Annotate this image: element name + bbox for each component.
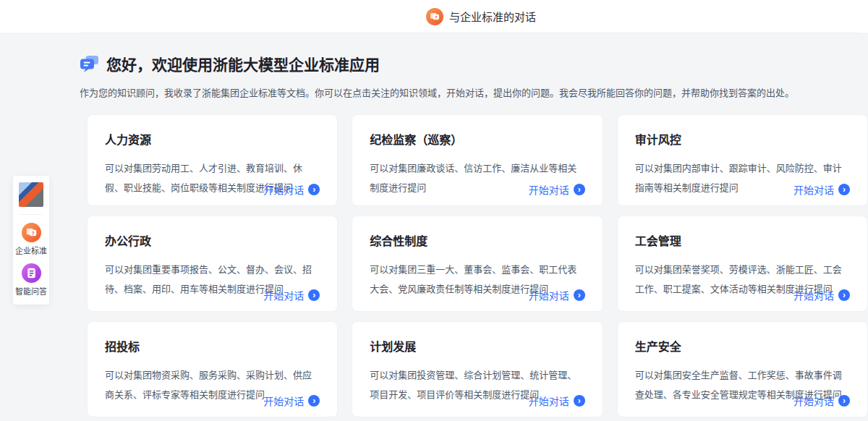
- card-title: 招投标: [105, 337, 320, 354]
- knowledge-card: 生产安全 可以对集团安全生产监督、工作奖惩、事故事件调查处理、各专业安全管理规定…: [617, 321, 868, 417]
- knowledge-card: 工会管理 可以对集团荣誉奖项、劳模评选、浙能工匠、工会工作、职工提案、文体活动等…: [617, 216, 868, 312]
- arrow-right-icon: ›: [308, 395, 320, 407]
- start-chat-link[interactable]: 开始对话 ›: [793, 182, 850, 197]
- nav-item-enterprise-standard[interactable]: ? 企业标准: [15, 223, 47, 256]
- start-chat-link[interactable]: 开始对话 ›: [793, 288, 850, 302]
- arrow-right-icon: ›: [308, 184, 320, 195]
- card-title: 办公行政: [105, 231, 320, 249]
- greeting-section: 您好，欢迎使用浙能大模型企业标准应用 作为您的知识顾问，我收录了浙能集团企业标准…: [80, 33, 868, 99]
- nav-item-smart-qa[interactable]: 智能问答: [15, 263, 47, 297]
- arrow-right-icon: ›: [838, 395, 850, 407]
- greeting-title: 您好，欢迎使用浙能大模型企业标准应用: [106, 53, 380, 75]
- start-chat-label: 开始对话: [263, 394, 304, 408]
- card-title: 综合性制度: [370, 231, 584, 249]
- start-chat-link[interactable]: 开始对话 ›: [529, 182, 585, 197]
- card-title: 纪检监察（巡察）: [370, 130, 584, 148]
- arrow-right-icon: ›: [574, 289, 585, 301]
- card-title: 工会管理: [635, 231, 850, 249]
- start-chat-label: 开始对话: [529, 182, 569, 197]
- start-chat-link[interactable]: 开始对话 ›: [263, 288, 320, 302]
- start-chat-label: 开始对话: [529, 288, 569, 302]
- start-chat-label: 开始对话: [263, 288, 304, 302]
- knowledge-card: 招投标 可以对集团物资采购、服务采购、采购计划、供应商关系、评标专家等相关制度进…: [87, 321, 338, 417]
- card-title: 人力资源: [105, 130, 320, 148]
- arrow-right-icon: ›: [308, 289, 320, 301]
- start-chat-label: 开始对话: [793, 288, 834, 302]
- arrow-right-icon: ›: [574, 395, 585, 407]
- svg-text:?: ?: [31, 231, 34, 236]
- start-chat-link[interactable]: 开始对话 ›: [793, 394, 850, 408]
- card-title: 计划发展: [370, 337, 584, 354]
- start-chat-label: 开始对话: [529, 394, 569, 408]
- knowledge-card: 办公行政 可以对集团重要事项报告、公文、督办、会议、招待、档案、用印、用车等相关…: [87, 216, 338, 312]
- arrow-right-icon: ›: [838, 289, 850, 301]
- knowledge-card: 综合性制度 可以对集团三重一大、董事会、监事会、职工代表大会、党风廉政责任制等相…: [352, 216, 603, 312]
- knowledge-card: 审计风控 可以对集团内部审计、跟踪审计、风险防控、审计指南等相关制度进行提问 开…: [617, 114, 868, 206]
- card-title: 审计风控: [635, 130, 850, 148]
- card-title: 生产安全: [635, 337, 850, 354]
- start-chat-label: 开始对话: [793, 182, 834, 197]
- smart-qa-icon: [22, 263, 41, 283]
- enterprise-standard-chat-icon: ?: [426, 8, 443, 25]
- knowledge-card: 人力资源 可以对集团劳动用工、人才引进、教育培训、休假、职业技能、岗位职级等相关…: [87, 114, 338, 206]
- nav-item-label: 智能问答: [15, 285, 47, 297]
- arrow-right-icon: ›: [838, 184, 850, 195]
- knowledge-card: 纪检监察（巡察） 可以对集团廉政谈话、信访工作、廉洁从业等相关制度进行提问 开始…: [352, 114, 603, 206]
- arrow-right-icon: ›: [574, 184, 585, 195]
- svg-text:?: ?: [435, 14, 438, 19]
- chat-bubbles-icon: [80, 55, 99, 73]
- start-chat-label: 开始对话: [263, 182, 304, 197]
- start-chat-label: 开始对话: [793, 394, 834, 408]
- start-chat-link[interactable]: 开始对话 ›: [263, 394, 320, 408]
- greeting-subtitle: 作为您的知识顾问，我收录了浙能集团企业标准等文档。你可以在点击关注的知识领域，开…: [80, 85, 859, 99]
- nav-item-label: 企业标准: [15, 244, 47, 256]
- nav-divider: [20, 214, 43, 215]
- zheneng-logo: [19, 182, 43, 207]
- start-chat-link[interactable]: 开始对话 ›: [529, 288, 585, 302]
- left-nav-panel: ? 企业标准 智能问答: [13, 176, 49, 305]
- start-chat-link[interactable]: 开始对话 ›: [263, 182, 320, 197]
- knowledge-card: 计划发展 可以对集团投资管理、综合计划管理、统计管理、项目开发、项目评价等相关制…: [352, 321, 603, 417]
- main-content: 您好，欢迎使用浙能大模型企业标准应用 作为您的知识顾问，我收录了浙能集团企业标准…: [80, 33, 868, 417]
- page-title: 与企业标准的对话: [449, 9, 536, 24]
- knowledge-card-grid: 人力资源 可以对集团劳动用工、人才引进、教育培训、休假、职业技能、岗位职级等相关…: [87, 114, 868, 417]
- top-header: ? 与企业标准的对话: [0, 0, 868, 33]
- start-chat-link[interactable]: 开始对话 ›: [529, 394, 585, 408]
- enterprise-standard-icon: ?: [22, 223, 41, 242]
